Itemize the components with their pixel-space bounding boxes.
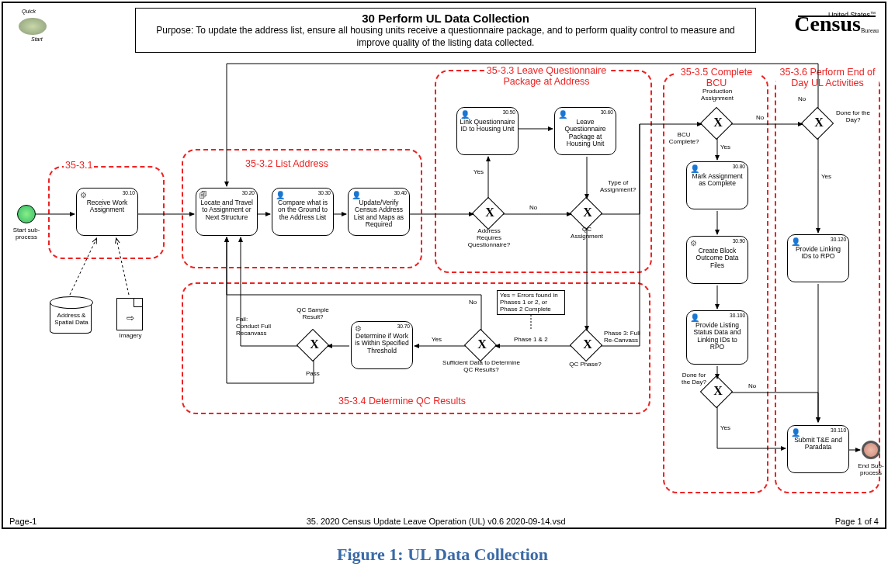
doc-icon: 🗐 — [199, 191, 207, 199]
census-logo: United States™ CensusBureau — [778, 6, 879, 37]
task-30-10-label: Receive Work Assignment — [87, 199, 128, 213]
task-30-100-label: Provide Listing Status Data and Linking … — [694, 321, 741, 351]
user-icon: 👤 — [558, 110, 567, 119]
diagram-frame: Quick Start 30 Perform UL Data Collectio… — [2, 2, 886, 529]
visio-quick: Quick — [22, 9, 36, 14]
group-label-35-3-5: 35-3.5 Complete BCU — [674, 67, 759, 88]
footer: Page-1 35. 2020 Census Update Leave Oper… — [3, 517, 885, 526]
user-icon: 👤 — [460, 110, 470, 119]
gw-label-qs: QC Sample Result? — [293, 307, 332, 321]
gear-icon: ⚙ — [355, 324, 362, 333]
task-30-80-label: Mark Assignment as Complete — [692, 172, 742, 187]
datastore-address-label: Address & Spatial Data — [50, 312, 92, 326]
visio-icon: Quick Start — [11, 9, 57, 47]
task-30-40-label: Update/Verify Census Address List and Ma… — [354, 199, 404, 228]
user-icon: 👤 — [791, 237, 800, 246]
doc-imagery: ⇨ Imagery — [116, 298, 143, 330]
canvas: 35-3.1 35-3.2 List Address 35-3.3 Leave … — [3, 57, 885, 509]
diagram-purpose: Purpose: To update the address list, ens… — [144, 25, 748, 49]
task-30-90-label: Create Block Outcome Data Files — [696, 247, 739, 269]
group-label-35-3-4: 35-3.4 Determine QC Results — [337, 396, 467, 406]
task-30-110: 👤30.110Submit T&E and Paradata — [787, 425, 849, 473]
gw-label-arq: Address Requires Questionnaire? — [466, 228, 512, 248]
gw-label-qcphase: QC Phase? — [565, 361, 605, 368]
task-30-20: 🗐30.20Locate and Travel to Assignment or… — [196, 188, 258, 236]
task-30-20-label: Locate and Travel to Assignment or Next … — [200, 199, 253, 221]
task-30-120-label: Provide Linking IDs to RPO — [796, 245, 841, 260]
footer-left: Page-1 — [9, 517, 36, 526]
annotation-yes-errors: Yes = Errors found in Phases 1 or 2, or … — [497, 290, 565, 315]
user-icon: 👤 — [690, 313, 699, 322]
visio-start: Start — [31, 36, 43, 42]
group-label-35-3-3: 35-3.3 Leave Questionnaire Package at Ad… — [484, 65, 609, 87]
group-label-35-3-1: 35-3.1 — [64, 160, 94, 171]
logo-top: United States — [828, 11, 870, 19]
task-30-120: 👤30.120Provide Linking IDs to RPO — [787, 234, 849, 282]
user-icon: 👤 — [690, 164, 699, 173]
task-30-40: 👤30.40Update/Verify Census Address List … — [348, 188, 410, 236]
gw-label-dd: Done for the Day? — [677, 372, 711, 386]
task-30-60: 👤30.60Leave Questionnaire Package at Hou… — [554, 107, 616, 155]
task-30-30: 👤30.30Compare what is on the Ground to t… — [272, 188, 334, 236]
gear-icon: ⚙ — [80, 191, 87, 199]
doc-imagery-label: Imagery — [115, 332, 146, 339]
datastore-address: Address & Spatial Data — [50, 303, 92, 334]
task-30-110-label: Submit T&E and Paradata — [794, 436, 842, 451]
gear-icon: ⚙ — [690, 239, 697, 247]
task-30-30-label: Compare what is on the Ground to the Add… — [278, 199, 328, 221]
user-icon: 👤 — [276, 191, 285, 199]
task-30-80: 👤30.80Mark Assignment as Complete — [686, 161, 748, 209]
group-label-35-3-6: 35-3.6 Perform End of Day UL Activities — [776, 67, 879, 88]
start-event — [17, 205, 36, 223]
gw-label-dd2: Done for the Day? — [834, 110, 872, 124]
task-30-50: 👤30.50Link Questionnaire ID to Housing U… — [456, 107, 519, 155]
end-event — [862, 441, 880, 459]
footer-center: 35. 2020 Census Update Leave Operation (… — [307, 517, 566, 526]
gw-label-bcu: BCU Complete? — [666, 132, 702, 146]
task-30-50-label: Link Questionnaire ID to Housing Unit — [460, 118, 515, 133]
task-30-70: ⚙30.70Determine if Work is Within Specif… — [351, 321, 413, 369]
diagram-header: 30 Perform UL Data Collection Purpose: T… — [135, 8, 756, 53]
diagram-title: 30 Perform UL Data Collection — [144, 12, 748, 25]
task-30-90: ⚙30.90Create Block Outcome Data Files — [686, 236, 748, 284]
gw-label-qc-assignment: QC Assignment — [567, 227, 607, 240]
gw-label-sd: Sufficient Data to Determine QC Results? — [442, 360, 520, 374]
gw-label-ta: Type of Assignment? — [595, 180, 641, 194]
start-label: Start sub-process — [11, 227, 42, 240]
user-icon: 👤 — [791, 428, 800, 437]
end-label: End Sub-process — [855, 462, 886, 476]
task-30-10: ⚙30.10Receive Work Assignment — [76, 188, 138, 236]
figure-caption: Figure 1: UL Data Collection — [0, 545, 885, 565]
task-30-100: 👤30.100Provide Listing Status Data and L… — [686, 310, 748, 365]
logo-sub: Bureau — [861, 27, 879, 34]
task-30-70-label: Determine if Work is Within Specified Th… — [355, 332, 408, 355]
user-icon: 👤 — [352, 191, 361, 199]
gw-label-pa: Production Assignment — [694, 88, 741, 102]
task-30-60-label: Leave Questionnaire Package at Housing U… — [565, 118, 606, 147]
footer-right: Page 1 of 4 — [835, 517, 879, 526]
group-label-35-3-2: 35-3.2 List Address — [244, 158, 330, 169]
